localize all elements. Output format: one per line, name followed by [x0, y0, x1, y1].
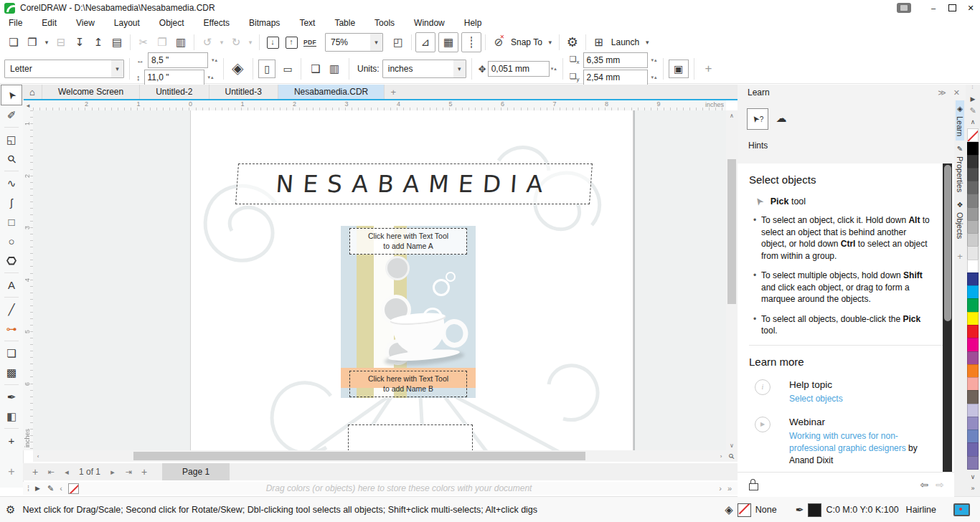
menu-tools[interactable]: Tools — [374, 18, 395, 28]
scroll-left-arrow[interactable]: ‹ — [33, 450, 43, 462]
artistic-media-tool[interactable]: ʃ — [1, 193, 22, 212]
landscape-button[interactable]: ▭ — [280, 60, 296, 77]
name-a-text-frame[interactable]: Click here with Text Tool to add Name A — [349, 228, 467, 255]
connector-tool[interactable]: ⊶ — [1, 319, 22, 338]
menu-file[interactable]: File — [9, 18, 22, 28]
horizontal-scrollbar[interactable]: ‹ › — [33, 450, 726, 462]
import-dialog-button[interactable]: ↓ — [263, 33, 282, 52]
color-swatch[interactable] — [967, 390, 979, 404]
launch-icon-button[interactable]: ⊞ — [590, 33, 608, 52]
doc-tab-welcome-screen[interactable]: Welcome Screen — [42, 85, 140, 99]
hints-pointer-button[interactable]: ➤ ? — [747, 108, 768, 130]
color-swatch[interactable] — [967, 285, 979, 299]
more-tools-tool[interactable]: + — [1, 431, 22, 450]
page-height-field[interactable]: 11,0 " — [144, 70, 204, 85]
horizontal-scroll-thumb[interactable] — [133, 452, 585, 460]
collapse-docker-icon[interactable]: ≫ — [938, 88, 946, 98]
color-swatch[interactable] — [967, 194, 979, 207]
page-1-tab[interactable]: Page 1 — [162, 463, 230, 480]
last-page-button[interactable]: ⇥ — [121, 468, 136, 477]
open-button[interactable]: ❒ — [23, 33, 42, 52]
account-icon[interactable] — [897, 3, 911, 13]
drag-handle-icon[interactable]: ⁞ — [27, 484, 29, 493]
dimension-tool[interactable]: ╱ — [1, 300, 22, 319]
docker-tab-properties[interactable]: ✎ Properties — [956, 141, 964, 196]
color-swatch[interactable] — [967, 430, 979, 443]
launch-dropdown[interactable]: ▾ — [642, 33, 652, 52]
add-page-button-2[interactable]: + — [136, 466, 152, 478]
vertical-scroll-thumb[interactable] — [727, 159, 736, 304]
color-swatch[interactable] — [967, 207, 979, 221]
scroll-right-arrow[interactable]: › — [716, 450, 726, 462]
color-swatch[interactable] — [967, 312, 979, 326]
customize-plus-button[interactable]: + — [699, 60, 718, 78]
gear-icon[interactable]: ⚙ — [6, 503, 15, 516]
doc-tab-untitled-2[interactable]: Untitled-2 — [140, 85, 209, 99]
cut-button[interactable]: ✂ — [134, 33, 153, 52]
drop-shadow-tool[interactable]: ❏ — [1, 343, 22, 363]
minimize-button[interactable]: – — [924, 0, 943, 16]
add-docker-button[interactable]: + — [957, 251, 963, 262]
options-button[interactable]: ⚙ — [563, 33, 582, 52]
spinner-icon[interactable]: ▾▴ — [551, 66, 557, 72]
menu-table[interactable]: Table — [334, 18, 355, 28]
all-pages-button[interactable]: ❑ — [306, 60, 325, 78]
vertical-ruler[interactable]: inches 123456 — [23, 110, 34, 450]
undo-button[interactable]: ↺ — [198, 33, 217, 52]
more-icon[interactable]: » — [727, 484, 732, 493]
menu-layout[interactable]: Layout — [114, 18, 140, 28]
menu-object[interactable]: Object — [159, 18, 184, 28]
color-swatch[interactable] — [967, 272, 979, 286]
doc-tab-untitled-3[interactable]: Untitled-3 — [209, 85, 278, 99]
new-document-tab-button[interactable]: + — [385, 85, 402, 99]
freehand-tool[interactable]: ∿ — [1, 174, 22, 193]
next-page-button[interactable]: ▸ — [105, 468, 121, 477]
palette-scroll-up-icon[interactable]: ∧ — [971, 116, 976, 128]
color-swatch[interactable] — [967, 155, 979, 169]
color-swatch[interactable] — [967, 220, 979, 234]
menu-edit[interactable]: Edit — [42, 18, 57, 28]
headline-text-frame[interactable]: NESABAMEDIA — [235, 163, 593, 204]
color-swatch[interactable] — [967, 181, 979, 194]
color-swatch[interactable] — [967, 260, 979, 273]
close-docker-icon[interactable]: ✕ — [953, 88, 960, 98]
color-swatch[interactable] — [967, 298, 979, 312]
empty-text-frame[interactable] — [348, 424, 473, 450]
forward-arrow-icon[interactable]: ⇨ — [936, 479, 944, 490]
outline-color-swatch[interactable] — [808, 503, 821, 517]
color-swatch[interactable] — [967, 168, 979, 181]
page-preset-combo[interactable]: Letter ▾ — [4, 60, 124, 78]
publish-pdf-button[interactable]: PDF — [301, 33, 319, 52]
docker-tab-learn[interactable]: ◈ Learn — [956, 100, 964, 141]
snap-to-dropdown[interactable]: ▾ — [545, 33, 555, 52]
palette-drag-handle[interactable]: ⁞ — [972, 85, 974, 93]
vertical-scrollbar[interactable]: ∧ ∨ — [726, 110, 738, 450]
toolbox-customize-button[interactable]: + — [0, 463, 23, 480]
polygon-tool[interactable] — [1, 251, 22, 270]
interactive-fill-tool[interactable]: ◧ — [1, 407, 22, 426]
doc-tab-nesabamedia-cdr[interactable]: Nesabamedia.CDR — [278, 85, 385, 99]
units-combo[interactable]: inches ▾ — [382, 60, 466, 78]
menu-help[interactable]: Help — [464, 18, 482, 28]
back-arrow-icon[interactable]: ⇦ — [920, 479, 929, 490]
disable-snapping-button[interactable]: ⊘ — [489, 33, 508, 52]
lock-icon[interactable] — [749, 483, 758, 490]
menu-text[interactable]: Text — [299, 18, 315, 28]
color-eyedropper-tool[interactable]: ✒ — [1, 387, 22, 407]
maximize-button[interactable] — [943, 0, 961, 16]
eyedropper-icon[interactable]: ✎ — [47, 484, 54, 493]
spinner-icon[interactable]: ▾▴ — [212, 57, 218, 63]
rectangle-tool[interactable]: □ — [1, 212, 22, 232]
scroll-up-arrow[interactable]: ∧ — [726, 110, 738, 120]
save-button[interactable]: ⊟ — [52, 33, 70, 52]
show-grid-toggle[interactable]: ▦ — [438, 32, 458, 52]
ellipse-tool[interactable]: ○ — [1, 232, 22, 251]
chevron-left-icon[interactable]: ‹ — [60, 484, 62, 493]
show-guidelines-toggle[interactable]: ┊ — [461, 32, 481, 52]
close-button[interactable]: ✕ — [961, 0, 980, 16]
scroll-down-arrow[interactable]: ∨ — [726, 440, 738, 450]
card-artwork[interactable]: Click here with Text Tool to add Name A … — [341, 226, 476, 398]
zoom-tool[interactable]: ⚲ — [1, 149, 22, 169]
color-proof-monitor-icon[interactable] — [953, 503, 970, 516]
pick-tool[interactable]: ➤ — [1, 85, 22, 105]
